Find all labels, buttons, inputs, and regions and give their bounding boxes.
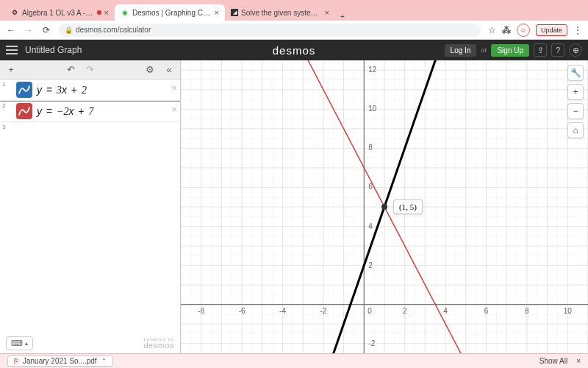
back-button[interactable]: ← [6, 25, 16, 35]
help-icon[interactable]: ? [551, 43, 564, 57]
hamburger-icon[interactable] [6, 46, 18, 54]
svg-text:8: 8 [368, 144, 373, 152]
star-icon[interactable]: ☆ [488, 25, 496, 35]
tab-title: Solve the given system using y [241, 9, 322, 17]
svg-text:-2: -2 [320, 307, 326, 315]
tab-favicon: ⚙ [10, 8, 19, 17]
tab-title: Desmos | Graphing Calculator [132, 9, 212, 17]
powered-by-desmos: powered by desmos [143, 337, 174, 350]
expression-index: 2 [0, 101, 16, 109]
close-icon[interactable]: × [215, 8, 219, 17]
update-button[interactable]: Update [536, 24, 567, 36]
svg-text:12: 12 [368, 66, 377, 74]
browser-tab-strip: ⚙ Algebra 1 OL v3 A -- Delli × ◉ Desmos … [0, 0, 588, 21]
svg-text:2: 2 [368, 261, 373, 269]
expression-color-icon[interactable] [16, 103, 32, 119]
collapse-panel-icon[interactable]: « [162, 64, 176, 75]
tab-title: Algebra 1 OL v3 A -- Delli [22, 9, 94, 17]
browser-tab-active[interactable]: ◉ Desmos | Graphing Calculator × [115, 4, 225, 21]
svg-text:10: 10 [564, 307, 573, 315]
zoom-out-button[interactable]: − [567, 103, 584, 119]
delete-expression-icon[interactable]: × [171, 104, 177, 115]
chevron-up-icon[interactable]: ⌃ [101, 358, 107, 364]
expression-color-icon[interactable] [16, 82, 32, 98]
zoom-in-button[interactable]: + [567, 84, 584, 100]
main-area: + ↶ ↷ ⚙ « 1 y = 3x + 2 × 2 y = − [0, 60, 588, 353]
browser-tab[interactable]: ⚙ Algebra 1 OL v3 A -- Delli × [4, 4, 115, 21]
url-text: desmos.com/calculator [76, 26, 151, 34]
new-tab-button[interactable]: + [335, 13, 350, 21]
close-icon[interactable]: × [104, 8, 109, 17]
reload-button[interactable]: ⟳ [41, 25, 51, 35]
address-bar[interactable]: 🔒 desmos.com/calculator [59, 24, 481, 37]
desmos-logo: desmos [273, 44, 316, 57]
tab-indicator-dot [97, 10, 101, 15]
show-all-button[interactable]: Show All [539, 357, 567, 365]
expression-index: 3 [0, 122, 16, 130]
home-button[interactable]: ⌂ [567, 122, 584, 138]
undo-button[interactable]: ↶ [65, 64, 78, 75]
expression-row-empty[interactable]: 3 [0, 122, 180, 144]
sidebar-footer: ⌨ ▴ powered by desmos [0, 333, 180, 353]
expression-row[interactable]: 2 y = −2x + 7 × [0, 101, 180, 122]
graph-title[interactable]: Untitled Graph [25, 45, 82, 55]
expression-text[interactable]: y = 3x + 2 [37, 84, 87, 96]
svg-text:0: 0 [368, 307, 372, 315]
svg-text:2: 2 [403, 307, 407, 315]
intersection-label: (1, 5) [393, 199, 423, 214]
expression-row[interactable]: 1 y = 3x + 2 × [0, 79, 180, 101]
coordinate-plane: -8-6-4-2246810-2246810120 [181, 60, 588, 353]
share-icon[interactable]: ⇪ [534, 43, 547, 57]
browser-tab[interactable]: ◢ Solve the given system using y × [225, 4, 335, 21]
zoom-controls: 🔧 + − ⌂ [567, 65, 584, 138]
tab-favicon: ◉ [121, 8, 129, 17]
svg-text:-4: -4 [279, 307, 286, 315]
download-bar: ⎘ January 2021 So....pdf ⌃ Show All × [0, 353, 588, 368]
keypad-toggle[interactable]: ⌨ ▴ [6, 336, 33, 350]
browser-nav-bar: ← → ⟳ 🔒 desmos.com/calculator ☆ ⁂ ☺ Upda… [0, 21, 588, 40]
svg-text:-2: -2 [368, 339, 375, 347]
login-button[interactable]: Log In [445, 44, 477, 57]
svg-text:6: 6 [484, 307, 489, 315]
signup-button[interactable]: Sign Up [491, 44, 529, 57]
expression-text[interactable]: y = −2x + 7 [37, 105, 93, 118]
pdf-icon: ⎘ [14, 357, 18, 365]
lock-icon: 🔒 [65, 26, 73, 34]
language-icon[interactable]: ⊕ [569, 43, 582, 57]
extensions-icon[interactable]: ⁂ [502, 25, 511, 35]
expression-index: 1 [0, 79, 16, 88]
kebab-menu-icon[interactable]: ⋮ [573, 25, 582, 35]
svg-text:4: 4 [443, 307, 448, 315]
svg-text:4: 4 [368, 222, 373, 230]
tab-favicon: ◢ [231, 9, 238, 16]
svg-text:8: 8 [525, 307, 529, 315]
profile-avatar[interactable]: ☺ [517, 24, 530, 37]
svg-text:-6: -6 [239, 307, 245, 315]
expression-toolbar: + ↶ ↷ ⚙ « [0, 60, 180, 79]
close-bar-icon[interactable]: × [576, 357, 581, 365]
graph-canvas[interactable]: -8-6-4-2246810-2246810120 (1, 5) 🔧 + − ⌂ [181, 60, 588, 353]
settings-icon[interactable]: ⚙ [143, 64, 157, 75]
expression-list: 1 y = 3x + 2 × 2 y = −2x + 7 × 3 [0, 79, 180, 333]
expression-panel: + ↶ ↷ ⚙ « 1 y = 3x + 2 × 2 y = − [0, 60, 181, 353]
redo-button[interactable]: ↷ [84, 64, 97, 75]
wrench-icon[interactable]: 🔧 [567, 65, 584, 81]
svg-text:10: 10 [368, 105, 377, 113]
add-expression-button[interactable]: + [4, 64, 18, 75]
svg-point-129 [381, 204, 387, 210]
close-icon[interactable]: × [325, 8, 329, 17]
download-filename: January 2021 So....pdf [23, 357, 97, 365]
forward-button[interactable]: → [24, 25, 34, 35]
or-text: or [481, 46, 487, 54]
svg-text:-8: -8 [198, 307, 204, 315]
delete-expression-icon[interactable]: × [171, 82, 177, 93]
app-header: Untitled Graph desmos Log In or Sign Up … [0, 40, 588, 60]
download-chip[interactable]: ⎘ January 2021 So....pdf ⌃ [7, 355, 113, 367]
